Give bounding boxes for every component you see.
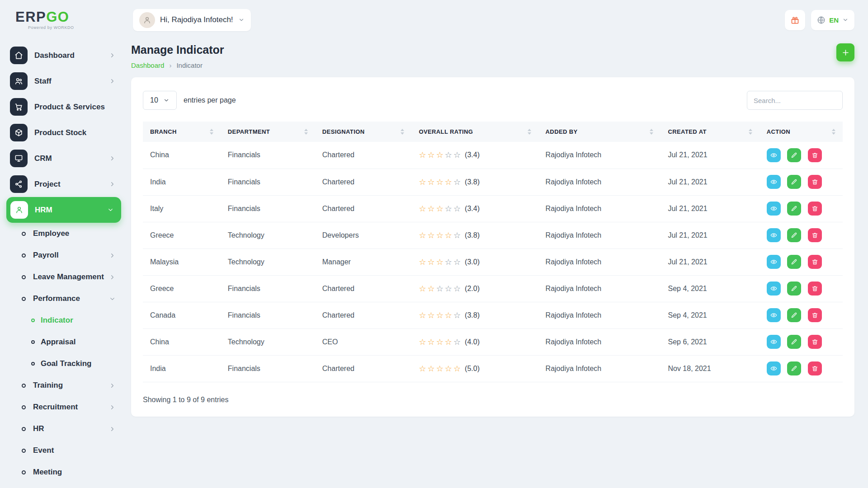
sidebar-item-product-stock[interactable]: Product Stock [10,120,119,145]
created-at-cell: Jul 21, 2021 [660,249,759,275]
chevron-right-icon [109,382,116,389]
created-at-cell: Sep 4, 2021 [660,275,759,302]
referral-button[interactable] [785,10,805,30]
view-button[interactable] [767,175,781,189]
view-button[interactable] [767,148,781,162]
edit-button[interactable] [787,202,801,216]
sort-icon [528,129,531,135]
designation-cell: Manager [315,249,412,275]
delete-button[interactable] [808,308,822,322]
view-button[interactable] [767,308,781,322]
rating-cell: ☆☆☆☆☆(3.8) [411,222,538,249]
view-button[interactable] [767,335,781,349]
sort-icon [749,129,752,135]
sidebar-item-payroll[interactable]: Payroll [10,244,119,266]
delete-button[interactable] [808,148,822,162]
sidebar-item-employee[interactable]: Employee [10,223,119,244]
branch-cell: Italy [143,195,221,222]
edit-button[interactable] [787,282,801,296]
created-at-cell: Jul 21, 2021 [660,142,759,169]
sidebar-item-hrm[interactable]: HRM [6,197,121,223]
view-button[interactable] [767,202,781,216]
sidebar-item-appraisal[interactable]: Appraisal [10,331,119,353]
sidebar-item-performance[interactable]: Performance [10,288,119,310]
table-controls: 10 entries per page [143,91,843,110]
column-header-branch[interactable]: BRANCH [143,122,221,142]
sidebar-item-event[interactable]: Event [10,440,119,461]
column-header-designation[interactable]: DESIGNATION [315,122,412,142]
erpgo-logo[interactable]: ERPGO Powered by WORKDO [15,10,123,30]
column-label: ADDED BY [546,128,578,135]
sidebar-item-label: Product & Services [34,103,105,112]
view-button[interactable] [767,228,781,242]
edit-button[interactable] [787,228,801,242]
add-indicator-button[interactable] [836,43,854,61]
view-button[interactable] [767,361,781,375]
column-header-added-by[interactable]: ADDED BY [538,122,661,142]
globe-icon [817,16,826,24]
column-label: ACTION [767,128,790,135]
edit-button[interactable] [787,255,801,269]
sidebar-item-staff[interactable]: Staff [10,68,119,94]
chevron-right-icon [109,78,116,84]
sidebar-item-label: Payroll [33,251,59,260]
view-button[interactable] [767,255,781,269]
sidebar-item-leave-management[interactable]: Leave Management [10,266,119,288]
sidebar-item-crm[interactable]: CRM [10,145,119,171]
designation-cell: CEO [315,328,412,355]
chevron-right-icon [109,274,116,281]
delete-button[interactable] [808,202,822,216]
delete-button[interactable] [808,255,822,269]
star-icon: ☆ [428,258,435,266]
delete-button[interactable] [808,335,822,349]
bullet-icon [31,319,35,322]
table-row: China Financials Chartered ☆☆☆☆☆(3.4) Ra… [143,142,843,169]
language-select[interactable]: EN [811,10,854,30]
delete-button[interactable] [808,228,822,242]
user-menu[interactable]: Hi, Rajodiya Infotech! [133,9,251,31]
chevron-right-icon [109,155,116,162]
edit-button[interactable] [787,175,801,189]
action-cell [760,195,843,222]
rating-value: (3.4) [465,151,480,159]
sidebar-item-project[interactable]: Project [10,171,119,197]
sidebar-item-hr[interactable]: HR [10,418,119,440]
star-icon: ☆ [436,311,443,319]
sidebar-item-meeting[interactable]: Meeting [10,461,119,483]
sidebar-item-recruitment[interactable]: Recruitment [10,396,119,418]
column-header-created-at[interactable]: CREATED AT [660,122,759,142]
breadcrumb-dashboard-link[interactable]: Dashboard [131,61,164,69]
sort-icon [832,129,835,135]
edit-button[interactable] [787,148,801,162]
star-icon: ☆ [419,365,426,373]
entries-per-page-select[interactable]: 10 [143,91,177,110]
breadcrumb-separator: › [169,61,171,69]
sidebar-item-label: Dashboard [34,51,75,60]
star-icon: ☆ [436,365,443,373]
delete-button[interactable] [808,361,822,375]
search-input[interactable] [747,91,843,110]
edit-button[interactable] [787,335,801,349]
sidebar-item-training[interactable]: Training [10,375,119,396]
box-icon [10,124,28,141]
delete-button[interactable] [808,175,822,189]
table-row: Italy Financials Chartered ☆☆☆☆☆(3.4) Ra… [143,195,843,222]
sidebar-item-dashboard[interactable]: Dashboard [10,42,119,68]
sidebar-item-goal-tracking[interactable]: Goal Tracking [10,353,119,375]
page-title: Manage Indicator [131,43,224,56]
star-icon: ☆ [436,151,443,159]
view-button[interactable] [767,282,781,296]
column-header-department[interactable]: DEPARTMENT [221,122,315,142]
bullet-icon [22,384,26,388]
rating-value: (4.0) [465,338,480,346]
sidebar-item-indicator[interactable]: Indicator [10,310,119,331]
column-header-overall-rating[interactable]: OVERALL RATING [411,122,538,142]
star-icon: ☆ [445,365,452,373]
delete-button[interactable] [808,282,822,296]
edit-button[interactable] [787,361,801,375]
edit-button[interactable] [787,308,801,322]
column-header-action[interactable]: ACTION [760,122,843,142]
sidebar-item-label: Staff [34,77,52,86]
star-icon: ☆ [436,178,443,186]
sidebar-item-product-services[interactable]: Product & Services [10,94,119,120]
